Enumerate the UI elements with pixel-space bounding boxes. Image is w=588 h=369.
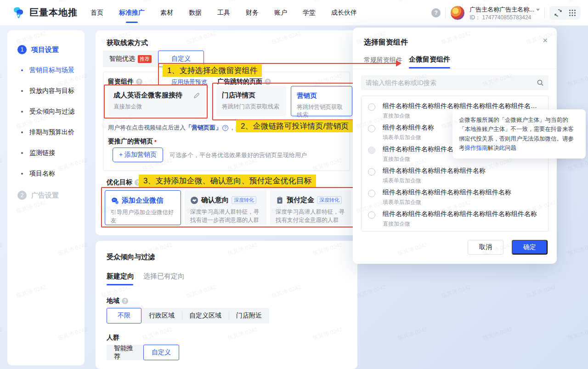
sidebar-item-schedule-budget[interactable]: 排期与预算出价 [7,128,85,136]
selected-component-card[interactable]: 成人英语企微客服接待 直接加企微 [108,86,205,116]
nav-data[interactable]: 数据 [188,6,203,20]
sidebar-item-delivery-content[interactable]: 投放内容与目标 [7,87,85,95]
header-right-cluster: ? 广告主名称广告主名称... ID： 1747740855783424 [431,0,581,26]
header-divider [544,8,545,18]
sidebar-step-project-settings[interactable]: 1 项目设置 [7,45,85,54]
bullet-icon [21,152,23,154]
recommend-badge: 推荐 [138,55,152,63]
svg-text:¥: ¥ [279,199,281,203]
step-2-badge: 2 [17,191,27,200]
bullet-icon [21,69,23,71]
modal-tab-divider [353,68,557,69]
crowd-option-custom[interactable]: 自定义 [143,345,179,360]
advertiser-info[interactable]: 广告主名称广告主名称... ID： 1747740855783424 [469,5,540,21]
add-marketing-page-button[interactable]: + 添加营销页 [113,148,163,162]
radio-disabled-icon [368,147,375,154]
jump-card-marketing-page[interactable]: 营销页 将跳转营销页获取线索 [291,86,352,116]
app-logo-icon [12,6,26,20]
sidebar-item-project-name[interactable]: 项目名称 [7,170,85,178]
crowd-label: 人群 [107,334,119,342]
audience-filter-card: 受众倾向与过滤 新建定向 选择已有定向 地域 ? 不限 行政区域 自定义区域 门… [96,241,357,369]
component-search-box [361,75,548,90]
nav-account[interactable]: 账户 [273,6,288,20]
annotation-note-2: 2、企微链路可投详情页/营销页 [236,120,353,132]
cancel-button[interactable]: 取消 [468,240,503,255]
handshake-icon [190,196,198,204]
chevron-down-icon [536,9,540,11]
promo-page-label: 要推广的营销页• [108,137,157,146]
question-icon[interactable]: ? [136,79,142,85]
component-search-input[interactable] [366,79,537,86]
step-1-badge: 1 [17,45,27,54]
bullet-icon [21,173,23,175]
modal-title: 选择留资组件 [364,38,408,47]
confirm-button[interactable]: 确定 [512,240,548,255]
goal-card-add-wecom[interactable]: 添加企业微信 引导用户添加企业微信好友 [105,190,181,225]
question-icon[interactable]: ? [222,125,228,131]
goal-card-confirm-intent[interactable]: 确认意向 深度转化 深度学习高潜人群特征，寻找有进一步咨询意愿的人群 [185,190,266,225]
search-icon[interactable] [537,79,544,86]
marketing-page-emphasis: 「营销页面」 [186,124,221,131]
region-option-near-store[interactable]: 门店附近 [229,308,269,324]
region-segmented-control: 不限 行政区域 自定义区域 门店附近 [107,308,269,324]
nav-tools[interactable]: 工具 [216,6,231,20]
radio-icon[interactable] [368,168,375,176]
modal-tab-qiwei-components[interactable]: 企微留资组件 [409,55,450,64]
tab-existing-targeting[interactable]: 选择已有定向 [143,272,185,281]
jump-card-store-detail[interactable]: 门店详情页 将跳转门店页获取线索 [216,86,286,116]
nav-growth-partner[interactable]: 成长伙伴 [330,6,358,20]
jump-page-label: 广告跳转的页面 ? [217,78,271,86]
question-icon[interactable]: ? [265,79,271,85]
sidebar-item-marketing-goal[interactable]: 营销目标与场景 [7,66,85,74]
radio-icon[interactable] [368,211,375,219]
region-option-unlimited[interactable]: 不限 [107,308,141,324]
column-divider [212,76,212,118]
component-option-5[interactable]: 组件名称组件名称组件名称组件名称组件名称填表单后加企微 [362,185,548,207]
question-icon[interactable]: ? [122,298,128,304]
modal-tab-regular-components[interactable]: 常规留资组件 [364,56,402,64]
main-nav: 首页 标准推广 素材 数据 工具 财务 账户 学堂 成长伙伴 [90,6,358,20]
radio-icon[interactable] [368,103,375,111]
advertiser-name: 广告主名称广告主名称... [469,6,534,13]
section-title-audience: 受众倾向与过滤 [107,253,155,261]
advertiser-avatar[interactable] [450,6,465,20]
nav-school[interactable]: 学堂 [302,6,317,20]
app-title: 巨量本地推 [29,6,78,19]
tab-new-targeting[interactable]: 新建定向 [107,272,134,281]
apps-grid-icon[interactable] [569,9,576,17]
deposit-clipboard-icon: ¥ [276,196,284,204]
sidebar-item-monitor-link[interactable]: 监测链接 [7,149,85,157]
goal-card-prepay-deposit[interactable]: ¥ 预付定金 深度转化 深度学习高潜人群特征，寻找有支付定金意愿的人群 [270,190,351,225]
tab-smart-select[interactable]: 智能优选 推荐 [103,51,158,67]
sidebar-item-audience-filter[interactable]: 受众倾向与过滤 [7,108,85,116]
nav-finance[interactable]: 财务 [245,6,260,20]
nav-standard-promotion[interactable]: 标准推广 [118,6,146,20]
tab-underline [107,284,133,285]
deep-conversion-badge: 深度转化 [317,196,342,204]
region-option-administrative[interactable]: 行政区域 [141,308,182,324]
header-tools [549,6,581,20]
optimize-goal-label: 优化目标 ? [107,178,141,187]
help-icon[interactable]: ? [431,8,441,17]
add-marketing-page-hint: 可选多个，平台将优选效果最好的营销页呈现给用户 [170,151,307,159]
close-icon[interactable]: × [543,36,548,45]
radio-icon[interactable] [368,125,375,132]
edit-pencil-icon[interactable] [193,92,200,99]
app-logo: 巨量本地推 [12,6,78,20]
scene-preview-link[interactable]: 应用场景预览 [171,78,207,86]
wecom-chat-icon [111,197,119,205]
radio-icon[interactable] [368,190,375,197]
account-mismatch-tooltip: 企微客服所属的「企微账户主体」与当前的「本地推账户主体」不一致，需要在抖音来客绑… [452,109,586,159]
header-divider [445,8,446,18]
product-switch-icon[interactable] [554,9,562,17]
nav-material[interactable]: 素材 [159,6,174,20]
operation-guide-link[interactable]: 操作指南 [465,145,488,151]
sidebar-step-ad-settings[interactable]: 2 广告设置 [7,191,85,200]
bullet-icon [21,90,23,92]
component-option-6[interactable]: 组件名称组件名称组件名称组件名称组件名称组件名称直接加企微 [362,207,548,228]
crowd-option-smart[interactable]: 智能推荐 [107,345,143,360]
component-option-4[interactable]: 组件名称组件名称组件名称组件名称填表单后加企微 [362,164,548,185]
crowd-segmented-control: 智能推荐 自定义 [107,345,179,360]
region-option-custom-area[interactable]: 自定义区域 [182,308,229,324]
nav-home[interactable]: 首页 [90,6,104,20]
